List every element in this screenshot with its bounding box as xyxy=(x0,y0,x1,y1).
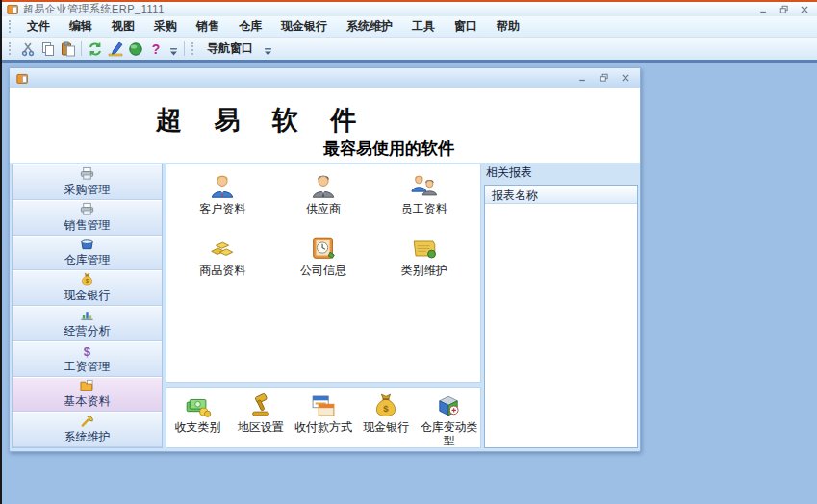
sidebar-item-basic-data[interactable]: 基本资料 xyxy=(13,377,162,413)
storage-box-icon xyxy=(80,237,94,251)
basic-data-shortcuts-panel: 客户资料 供应商 员工资料 商品资料 xyxy=(166,164,481,383)
close-icon xyxy=(621,73,630,83)
copy-icon xyxy=(40,41,56,57)
nav-toolbar-overflow-button[interactable] xyxy=(262,39,273,59)
globe-icon xyxy=(128,41,143,57)
shortcut-label: 现金银行 xyxy=(363,421,409,435)
sidebar-item-purchase-mgmt[interactable]: 采购管理 xyxy=(13,164,162,200)
shortcut-warehouse-change-type[interactable]: 仓库变动类型 xyxy=(418,392,480,448)
shortcut-label: 仓库变动类型 xyxy=(420,421,478,448)
sidebar-item-cash-bank[interactable]: $ 现金银行 xyxy=(13,270,162,306)
child-close-button[interactable] xyxy=(618,71,633,85)
shortcut-category-maintenance[interactable]: 类别维护 xyxy=(373,234,474,295)
child-minimize-button[interactable] xyxy=(575,71,591,85)
menu-item-help[interactable]: 帮助 xyxy=(487,15,529,38)
shortcut-label: 公司信息 xyxy=(300,265,346,278)
brand-banner: 超 易 软 件 最容易使用的软件 xyxy=(10,88,640,163)
payment-cards-icon xyxy=(310,392,337,419)
shortcut-customer-data[interactable]: 客户资料 xyxy=(172,172,273,234)
gold-bars-icon xyxy=(208,234,237,263)
sidebar-item-label: 经营分析 xyxy=(64,323,111,340)
sidebar-item-label: 现金银行 xyxy=(64,288,111,304)
menu-item-cash-bank[interactable]: 现金银行 xyxy=(271,15,337,38)
close-icon xyxy=(800,5,809,14)
report-list-body[interactable] xyxy=(485,204,637,447)
help-button[interactable]: ? xyxy=(145,39,166,59)
shortcut-label: 供应商 xyxy=(306,203,341,216)
shortcut-cash-bank[interactable]: $ 现金银行 xyxy=(355,392,418,435)
minimize-icon xyxy=(759,5,769,14)
sidebar-item-label: 采购管理 xyxy=(64,182,111,198)
folder-icon xyxy=(80,378,94,392)
globe-button[interactable] xyxy=(125,39,145,59)
settings-shortcuts-panel: 收支类别 地区设置 收付款方式 $ 现金银行 xyxy=(166,387,481,448)
child-restore-button[interactable] xyxy=(597,71,612,85)
people-icon xyxy=(410,172,439,201)
menu-item-system-maintenance[interactable]: 系统维护 xyxy=(337,15,402,38)
menu-item-view[interactable]: 视图 xyxy=(102,15,144,38)
navigation-child-window: 超 易 软 件 最容易使用的软件 采购管理 销售管理 仓库管理 xyxy=(9,67,641,452)
svg-text:$: $ xyxy=(384,403,390,414)
wrench-icon xyxy=(80,414,94,428)
sidebar-item-label: 基本资料 xyxy=(64,393,111,410)
printer-icon xyxy=(80,202,94,216)
sidebar-item-label: 仓库管理 xyxy=(64,252,111,268)
svg-text:$: $ xyxy=(84,343,91,357)
copy-button[interactable] xyxy=(38,39,58,59)
report-name-column-header[interactable]: 报表名称 xyxy=(485,186,637,204)
sidebar-item-warehouse-mgmt[interactable]: 仓库管理 xyxy=(13,236,162,271)
shortcut-supplier[interactable]: 供应商 xyxy=(273,172,374,234)
child-window-titlebar xyxy=(10,68,640,88)
brand-slogan: 最容易使用的软件 xyxy=(323,138,454,160)
menu-item-sales[interactable]: 销售 xyxy=(187,15,229,38)
menu-item-warehouse[interactable]: 仓库 xyxy=(229,15,271,38)
toolbar-separator xyxy=(81,41,82,56)
sidebar-item-label: 工资管理 xyxy=(64,359,111,375)
report-list: 报表名称 xyxy=(484,185,638,448)
main-titlebar: 超易企业管理系统ERP_1111 xyxy=(2,0,817,16)
close-button[interactable] xyxy=(796,3,812,15)
shortcut-payment-method[interactable]: 收付款方式 xyxy=(292,392,354,435)
restore-button[interactable] xyxy=(776,3,792,15)
shortcut-income-expense-category[interactable]: 收支类别 xyxy=(166,392,229,435)
exchange-button[interactable] xyxy=(85,39,105,59)
shortcut-company-info[interactable]: 公司信息 xyxy=(273,234,374,295)
menu-item-file[interactable]: 文件 xyxy=(17,15,60,38)
menu-item-tools[interactable]: 工具 xyxy=(402,15,445,38)
svg-text:?: ? xyxy=(151,41,160,57)
menubar-grip[interactable] xyxy=(9,20,13,33)
shortcut-employee-data[interactable]: 员工资料 xyxy=(373,172,474,234)
nav-window-label: 导航窗口 xyxy=(207,40,253,57)
money-notes-icon xyxy=(185,392,212,419)
help-icon: ? xyxy=(148,41,164,57)
shortcut-product-data[interactable]: 商品资料 xyxy=(172,234,273,295)
menu-item-edit[interactable]: 编辑 xyxy=(60,15,102,38)
money-bag-icon: $ xyxy=(80,272,94,287)
related-reports-title: 相关报表 xyxy=(484,164,638,185)
cut-button[interactable] xyxy=(17,39,38,59)
exchange-icon xyxy=(88,41,103,57)
edit-pen-button[interactable] xyxy=(105,39,125,59)
shortcut-region-settings[interactable]: 地区设置 xyxy=(229,392,292,435)
menu-item-window[interactable]: 窗口 xyxy=(445,15,487,38)
person-gray-icon xyxy=(309,172,338,201)
sidebar-item-business-analysis[interactable]: 经营分析 xyxy=(13,306,162,341)
pen-icon xyxy=(108,41,123,57)
sidebar-item-salary-mgmt[interactable]: $ 工资管理 xyxy=(13,341,162,377)
menu-item-purchase[interactable]: 采购 xyxy=(144,15,187,38)
paste-button[interactable] xyxy=(58,39,78,59)
minimize-button[interactable] xyxy=(755,3,772,15)
money-bag-icon: $ xyxy=(372,392,399,419)
mdi-workspace: 超 易 软 件 最容易使用的软件 采购管理 销售管理 仓库管理 xyxy=(2,63,817,504)
nav-toolbar-grip[interactable] xyxy=(191,42,196,55)
nav-window-button[interactable]: 导航窗口 xyxy=(200,38,260,59)
address-book-icon xyxy=(309,234,338,263)
shortcut-label: 商品资料 xyxy=(199,265,245,278)
sidebar-item-system-maintenance[interactable]: 系统维护 xyxy=(13,412,162,447)
toolbar-grip[interactable] xyxy=(9,42,13,55)
sidebar-item-sales-mgmt[interactable]: 销售管理 xyxy=(13,200,162,236)
minimize-icon xyxy=(578,73,588,83)
shortcut-label: 收付款方式 xyxy=(294,421,352,435)
toolbar-overflow-button[interactable] xyxy=(167,39,179,59)
menu-bar: 文件 编辑 视图 采购 销售 仓库 现金银行 系统维护 工具 窗口 帮助 xyxy=(2,16,817,38)
